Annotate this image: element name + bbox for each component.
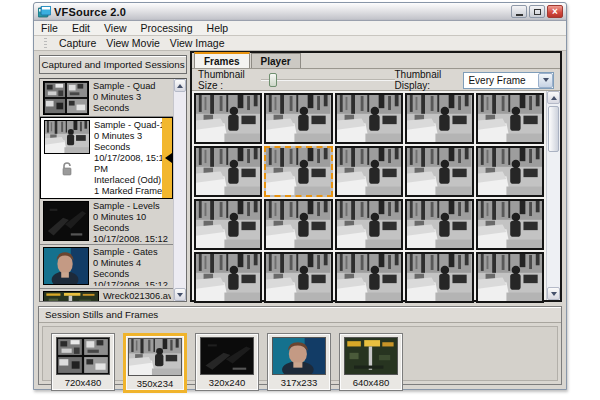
frame-thumbnail[interactable] — [476, 93, 544, 144]
still-thumbnail — [128, 338, 182, 376]
session-name: Wreck021306.avi — [103, 291, 171, 302]
frames-grid — [193, 92, 545, 299]
still-640x480[interactable]: 640x480 — [339, 333, 403, 391]
thumbnail-size-label: Thumbnail Size : — [198, 69, 255, 91]
minimize-button[interactable] — [511, 5, 527, 18]
still-thumbnail — [272, 337, 326, 375]
tab-player[interactable]: Player — [251, 53, 301, 68]
frame-thumbnail[interactable] — [194, 199, 262, 250]
frame-thumbnail[interactable] — [476, 146, 544, 197]
session-thumbnail — [43, 81, 89, 115]
session-date: 10/17/2008, 15:12 PM — [93, 234, 171, 242]
still-resolution: 320x240 — [209, 375, 245, 389]
still-resolution: 640x480 — [353, 375, 389, 389]
scroll-up-icon[interactable] — [174, 79, 186, 92]
stills-panel: Session Stills and Frames 720x480 350x23… — [38, 306, 562, 385]
frame-thumbnail[interactable] — [264, 252, 332, 303]
menu-file[interactable]: File — [41, 22, 58, 34]
scroll-up-icon[interactable] — [547, 91, 560, 104]
session-duration: 0 Minutes 10 Seconds — [93, 212, 171, 234]
still-350x234[interactable]: 350x234 — [123, 333, 187, 393]
session-thumbnail — [43, 247, 89, 285]
frame-thumbnail[interactable] — [335, 93, 403, 144]
session-item-levels[interactable]: Sample - Levels 0 Minutes 10 Seconds 10/… — [40, 199, 173, 245]
frame-thumbnail[interactable] — [264, 93, 332, 144]
tool-bar: Capture View Movie View Image — [34, 36, 566, 51]
tab-strip: Frames Player — [192, 53, 560, 69]
stills-row: 720x480 350x234 320x240 317x233 640x480 — [42, 326, 558, 381]
close-button[interactable]: × — [547, 5, 563, 18]
menu-edit[interactable]: Edit — [72, 22, 90, 34]
session-duration: 0 Minutes 3 Seconds — [93, 92, 171, 114]
session-item-quad-1[interactable]: Sample - Quad-1 0 Minutes 3 Seconds 10/1… — [40, 117, 173, 199]
thumbnail-display-dropdown[interactable]: Every Frame — [463, 72, 554, 89]
scrollbar-thumb[interactable] — [548, 106, 559, 152]
still-thumbnail — [344, 337, 398, 375]
session-item-gates[interactable]: Sample - Gates 0 Minutes 4 Seconds 10/17… — [40, 245, 173, 289]
session-item-wreck[interactable]: Wreck021306.avi 81 Minutes 55 Second — [40, 289, 173, 302]
app-window: VFSource 2.0 × File Edit View Processing… — [33, 2, 567, 390]
session-list-scrollbar[interactable] — [173, 79, 186, 301]
window-title: VFSource 2.0 — [54, 6, 511, 18]
maximize-button[interactable] — [529, 5, 545, 18]
frames-panel: Frames Player Thumbnail Size : Thumbnail… — [190, 51, 562, 302]
frames-scrollbar[interactable] — [546, 91, 560, 300]
menu-processing[interactable]: Processing — [141, 22, 193, 34]
frames-controls: Thumbnail Size : Thumbnail Display: Ever… — [192, 70, 560, 91]
frame-thumbnail[interactable] — [194, 146, 262, 197]
session-duration: 0 Minutes 4 Seconds — [93, 258, 171, 280]
frame-thumbnail[interactable] — [405, 93, 473, 144]
capture-button[interactable]: Capture — [59, 37, 96, 49]
chevron-down-icon[interactable] — [538, 73, 553, 88]
session-thumbnail — [44, 120, 90, 154]
frame-thumbnail[interactable] — [405, 146, 473, 197]
app-icon — [38, 6, 51, 18]
session-name: Sample - Gates — [93, 247, 171, 258]
still-317x233[interactable]: 317x233 — [267, 333, 331, 391]
selected-session-arrow-icon — [165, 153, 172, 163]
session-name: Sample - Quad-1 — [94, 120, 170, 131]
session-item-quad[interactable]: Sample - Quad 0 Minutes 3 Seconds 10/17/… — [40, 79, 173, 117]
lock-icon — [61, 162, 73, 176]
frame-thumbnail[interactable] — [405, 252, 473, 303]
still-thumbnail — [200, 337, 254, 375]
still-resolution: 317x233 — [281, 375, 317, 389]
frame-thumbnail[interactable] — [335, 146, 403, 197]
frame-thumbnail-selected[interactable] — [264, 146, 332, 197]
toolbar-grip — [44, 38, 47, 48]
view-image-button[interactable]: View Image — [170, 37, 225, 49]
still-resolution: 720x480 — [65, 375, 101, 389]
frames-area — [192, 91, 560, 300]
session-marked-frames: 1 Marked Frame — [94, 186, 170, 196]
still-720x480[interactable]: 720x480 — [51, 333, 115, 391]
still-thumbnail — [56, 337, 110, 375]
frame-thumbnail[interactable] — [194, 252, 262, 303]
frame-thumbnail[interactable] — [476, 199, 544, 250]
still-320x240[interactable]: 320x240 — [195, 333, 259, 391]
sessions-panel-header: Captured and Imported Sessions — [39, 55, 187, 74]
frame-thumbnail[interactable] — [476, 252, 544, 303]
session-date: 10/17/2008, 15:12 PM — [93, 280, 171, 286]
session-thumbnail — [43, 291, 99, 302]
frame-thumbnail[interactable] — [264, 199, 332, 250]
menu-view[interactable]: View — [104, 22, 127, 34]
frame-thumbnail[interactable] — [194, 93, 262, 144]
frame-thumbnail[interactable] — [335, 252, 403, 303]
scroll-down-icon[interactable] — [174, 288, 186, 301]
view-movie-button[interactable]: View Movie — [106, 37, 160, 49]
tab-frames[interactable]: Frames — [194, 52, 250, 68]
session-duration: 0 Minutes 3 Seconds — [94, 131, 170, 153]
frame-thumbnail[interactable] — [335, 199, 403, 250]
thumbnail-size-slider[interactable] — [261, 73, 395, 87]
menu-bar: File Edit View Processing Help — [34, 21, 566, 36]
slider-track — [261, 79, 395, 81]
frame-thumbnail[interactable] — [405, 199, 473, 250]
slider-thumb[interactable] — [269, 73, 277, 87]
dropdown-value: Every Frame — [464, 75, 538, 86]
menu-help[interactable]: Help — [207, 22, 229, 34]
title-bar[interactable]: VFSource 2.0 × — [34, 3, 566, 21]
session-list: Sample - Quad 0 Minutes 3 Seconds 10/17/… — [39, 78, 187, 302]
scroll-down-icon[interactable] — [547, 287, 560, 300]
session-thumbnail — [43, 201, 89, 241]
session-name: Sample - Levels — [93, 201, 171, 212]
